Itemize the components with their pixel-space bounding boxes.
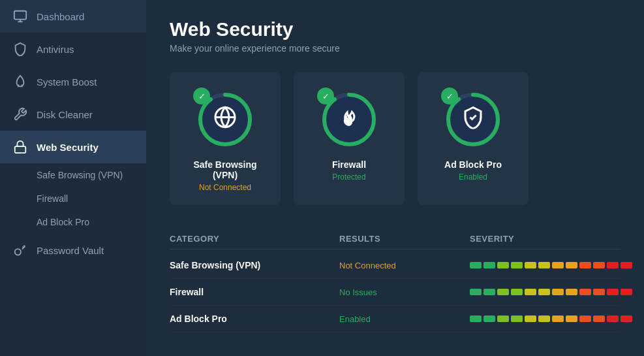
main-content: Web Security Make your online experience…: [146, 0, 644, 356]
row-result-safe-browsing: Not Connected: [339, 261, 470, 270]
card-status-firewall: Protected: [332, 172, 365, 182]
svg-rect-0: [14, 11, 26, 20]
sidebar-item-dashboard[interactable]: Dashboard: [0, 0, 146, 33]
row-result-ad-block: Enabled: [339, 314, 470, 324]
sev-seg: [483, 316, 495, 322]
card-icon-ring-firewall: ✓: [320, 90, 378, 149]
sev-seg: [470, 289, 482, 295]
sidebar-item-system-boost[interactable]: System Boost: [0, 65, 146, 98]
sev-seg: [593, 289, 605, 295]
key-icon: [13, 243, 27, 257]
globe-icon: [213, 106, 237, 134]
sev-seg: [566, 289, 577, 295]
sev-seg: [579, 262, 591, 268]
sev-seg: [579, 289, 591, 295]
sev-seg: [621, 262, 632, 268]
sev-seg: [511, 289, 523, 295]
sidebar-item-web-security[interactable]: Web Security: [0, 131, 146, 163]
sev-seg: [525, 262, 536, 268]
sev-seg: [538, 262, 550, 268]
sidebar-item-label: Password Vault: [37, 245, 104, 256]
sidebar-item-label: Disk Cleaner: [37, 109, 93, 120]
table-row: Ad Block Pro Enabled: [170, 306, 621, 332]
card-ad-block-pro[interactable]: ✓ Ad Block Pro Enabled: [418, 72, 529, 205]
sev-seg: [621, 289, 632, 295]
check-badge-ad-block: ✓: [441, 88, 458, 105]
sev-seg: [497, 316, 509, 322]
sev-seg: [552, 289, 564, 295]
col-category: Category: [170, 234, 339, 244]
col-severity: Severity: [470, 234, 621, 244]
row-result-firewall: No Issues: [339, 287, 470, 297]
sev-seg: [552, 262, 564, 268]
shield-check-icon: [461, 106, 485, 134]
svg-rect-5: [15, 146, 26, 153]
monitor-icon: [13, 9, 27, 24]
table-header: Category Results Severity: [170, 229, 621, 250]
row-category-ad-block: Ad Block Pro: [170, 314, 339, 324]
sev-seg: [470, 316, 482, 322]
rocket-icon: [13, 74, 27, 89]
card-safe-browsing-vpn[interactable]: ✓ Safe Browsing (VPN) Not Connected: [170, 72, 281, 205]
sidebar-item-password-vault[interactable]: Password Vault: [0, 234, 146, 267]
table-row: Safe Browsing (VPN) Not Connected: [170, 252, 621, 279]
check-badge-safe-browsing: ✓: [193, 88, 210, 105]
sidebar-item-antivirus[interactable]: Antivirus: [0, 33, 146, 65]
sidebar-sub-ad-block-pro[interactable]: Ad Block Pro: [0, 210, 146, 234]
sidebar-item-label: Web Security: [37, 142, 99, 153]
sidebar-item-disk-cleaner[interactable]: Disk Cleaner: [0, 98, 146, 131]
sidebar-item-label: System Boost: [37, 76, 97, 88]
sev-seg: [511, 262, 523, 268]
sev-seg: [593, 316, 605, 322]
col-results: Results: [339, 234, 470, 244]
card-icon-ring-safe-browsing: ✓: [196, 90, 254, 149]
sev-seg: [538, 316, 550, 322]
shield-icon: [13, 42, 27, 56]
sev-seg: [566, 316, 577, 322]
severity-bar-firewall: [470, 289, 632, 295]
cards-row: ✓ Safe Browsing (VPN) Not Connected: [170, 72, 621, 205]
check-badge-firewall: ✓: [317, 88, 334, 105]
sev-seg: [525, 316, 536, 322]
sev-seg: [566, 262, 577, 268]
sidebar-item-label: Antivirus: [37, 44, 74, 55]
card-name-ad-block: Ad Block Pro: [444, 159, 502, 170]
severity-bar-safe-browsing: [470, 262, 632, 268]
sev-seg: [470, 262, 482, 268]
sev-seg: [607, 316, 619, 322]
row-category-safe-browsing: Safe Browsing (VPN): [170, 260, 339, 270]
sev-seg: [593, 262, 605, 268]
wrench-icon: [13, 107, 27, 121]
svg-point-6: [15, 249, 21, 255]
card-status-safe-browsing: Not Connected: [199, 183, 251, 192]
sev-seg: [511, 316, 523, 322]
sidebar-sub-safe-browsing[interactable]: Safe Browsing (VPN): [0, 163, 146, 187]
security-table: Category Results Severity Safe Browsing …: [170, 229, 621, 332]
sidebar: Dashboard Antivirus System Boost Disk Cl…: [0, 0, 146, 356]
sev-seg: [607, 289, 619, 295]
card-name-firewall: Firewall: [332, 159, 366, 170]
page-title: Web Security: [170, 18, 621, 40]
card-firewall[interactable]: ✓ Firewall Protected: [294, 72, 405, 205]
sev-seg: [483, 289, 495, 295]
card-icon-ring-ad-block: ✓: [444, 90, 502, 149]
flame-icon: [337, 106, 361, 134]
sev-seg: [621, 316, 632, 322]
sidebar-sub-firewall[interactable]: Firewall: [0, 187, 146, 210]
card-name-safe-browsing: Safe Browsing (VPN): [183, 159, 268, 180]
sev-seg: [552, 316, 564, 322]
lock-icon: [13, 140, 27, 154]
sev-seg: [538, 289, 550, 295]
sev-seg: [579, 316, 591, 322]
page-subtitle: Make your online experience more secure: [170, 43, 621, 54]
sev-seg: [497, 289, 509, 295]
card-status-ad-block: Enabled: [459, 172, 487, 182]
sev-seg: [525, 289, 536, 295]
row-category-firewall: Firewall: [170, 287, 339, 297]
sev-seg: [607, 262, 619, 268]
severity-bar-ad-block: [470, 316, 632, 322]
table-row: Firewall No Issues: [170, 279, 621, 306]
sev-seg: [497, 262, 509, 268]
sidebar-item-label: Dashboard: [37, 11, 84, 22]
sev-seg: [483, 262, 495, 268]
